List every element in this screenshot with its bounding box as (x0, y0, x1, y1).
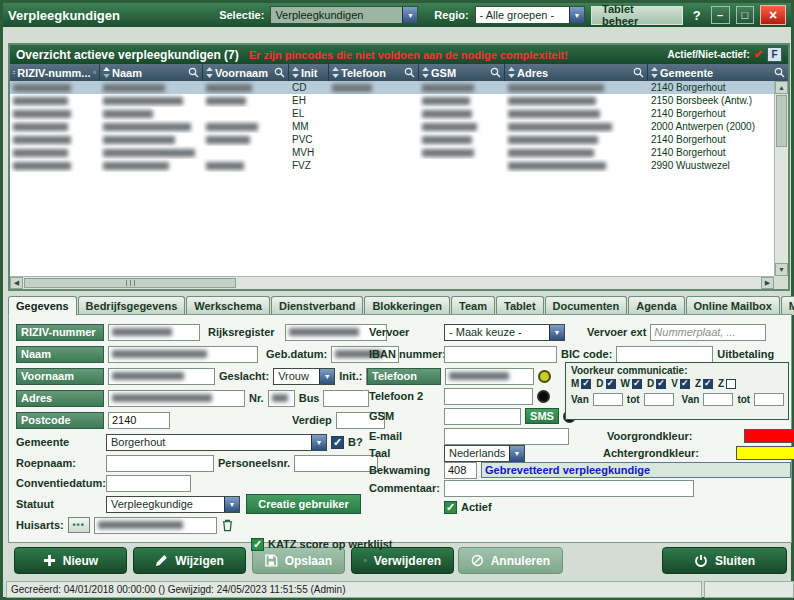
scroll-right-button[interactable]: ▶ (761, 277, 774, 289)
chevron-down-icon[interactable]: ▼ (402, 7, 417, 23)
voorgrondkleur-swatch[interactable] (744, 429, 794, 443)
tab-blokkeringen[interactable]: Blokkeringen (364, 296, 450, 315)
huisarts-lookup-button[interactable]: ••• (68, 517, 90, 533)
riziv-input[interactable] (108, 324, 200, 341)
van-input[interactable] (593, 393, 623, 406)
column-header-telefoon[interactable]: Telefoon (329, 64, 419, 81)
search-icon[interactable] (93, 67, 96, 78)
tab-gegevens[interactable]: Gegevens (8, 296, 77, 316)
gemeente-combobox[interactable]: Borgerhout ▼ (106, 434, 327, 451)
sms-button[interactable]: SMS (525, 408, 559, 424)
search-icon[interactable] (774, 67, 785, 78)
day-checkbox[interactable] (703, 379, 713, 389)
chevron-down-icon[interactable]: ▼ (569, 7, 584, 23)
vertical-scrollbar-thumb[interactable] (776, 95, 787, 147)
tab-tablet[interactable]: Tablet (496, 296, 544, 315)
maximize-button[interactable]: □ (736, 6, 755, 24)
table-row[interactable]: CD 2140 Borgerhout (10, 81, 774, 94)
search-icon[interactable] (188, 67, 199, 78)
tab-agenda[interactable]: Agenda (628, 296, 684, 315)
column-header-naam[interactable]: Naam (100, 64, 203, 81)
email-input[interactable] (444, 428, 569, 445)
search-icon[interactable] (490, 67, 501, 78)
huisarts-input[interactable] (94, 517, 217, 534)
search-icon[interactable] (633, 67, 644, 78)
katz-checkbox[interactable] (251, 538, 264, 551)
column-header-adres[interactable]: Adres (505, 64, 648, 81)
day-checkbox[interactable] (581, 379, 591, 389)
horizontal-scrollbar[interactable]: ◀ ▶ (10, 276, 774, 289)
tab-documenten[interactable]: Documenten (545, 296, 628, 315)
voornaam-input[interactable] (108, 368, 215, 385)
search-icon[interactable] (274, 67, 285, 78)
telefoon-input[interactable] (445, 368, 534, 385)
creatie-gebruiker-button[interactable]: Creatie gebruiker (246, 494, 361, 514)
regio-combobox[interactable]: - Alle groepen - ▼ (475, 6, 585, 24)
selectie-combobox[interactable]: Verpleegkundigen ▼ (270, 6, 418, 24)
day-checkbox[interactable] (656, 379, 666, 389)
minimize-button[interactable]: – (711, 6, 730, 24)
table-row[interactable]: EL 2140 Borgerhout (10, 107, 774, 120)
taal-combobox[interactable]: Nederlands ▼ (444, 445, 525, 462)
help-button[interactable]: ? (689, 8, 705, 23)
scroll-left-button[interactable]: ◀ (10, 277, 23, 289)
column-header-gemeente[interactable]: Gemeente (648, 64, 788, 81)
table-row[interactable]: MVH 2140 Borgerhout (10, 146, 774, 159)
scroll-down-button[interactable]: ▼ (775, 263, 788, 276)
vervoer-ext-input[interactable] (650, 324, 766, 341)
tab-bedrijfsgegevens[interactable]: Bedrijfsgegevens (78, 296, 186, 315)
tab-maand[interactable]: Maand (781, 296, 794, 315)
filter-button[interactable]: F (767, 47, 782, 62)
column-header-riziv[interactable]: RIZIV-numm... (10, 64, 100, 81)
tablet-beheer-button[interactable]: Tablet beheer (591, 6, 683, 25)
gsm-input[interactable] (444, 408, 521, 425)
vervoer-combobox[interactable]: - Maak keuze - ▼ (444, 324, 565, 341)
table-row[interactable]: EH 2150 Borsbeek (Antw.) (10, 94, 774, 107)
postcode-input[interactable] (108, 412, 170, 429)
bekwaming-code-input[interactable] (444, 462, 477, 479)
column-header-voornaam[interactable]: Voornaam (203, 64, 289, 81)
achtergrondkleur-swatch[interactable] (736, 446, 794, 460)
conventiedatum-input[interactable] (106, 475, 191, 492)
bus-input[interactable] (323, 390, 369, 407)
geslacht-combobox[interactable]: Vrouw ▼ (273, 368, 335, 385)
bekwaming-value[interactable]: Gebrevetteerd verpleegkundige (481, 462, 791, 478)
naam-input[interactable] (108, 346, 258, 363)
statuut-combobox[interactable]: Verpleegkundige ▼ (106, 496, 240, 513)
close-button[interactable]: × (760, 5, 786, 25)
wijzigen-button[interactable]: Wijzigen (133, 547, 246, 574)
commentaar-input[interactable] (444, 480, 694, 497)
sluiten-button[interactable]: Sluiten (662, 547, 787, 574)
scroll-up-button[interactable]: ▲ (775, 81, 788, 94)
column-header-gsm[interactable]: GSM (419, 64, 505, 81)
horizontal-scrollbar-thumb[interactable] (24, 278, 236, 288)
chevron-down-icon[interactable]: ▼ (224, 497, 239, 512)
chevron-down-icon[interactable]: ▼ (549, 325, 564, 340)
table-row[interactable]: PVC 2140 Borgerhout (10, 133, 774, 146)
tot-input[interactable] (754, 393, 784, 406)
adres-input[interactable] (108, 390, 245, 407)
b-checkbox[interactable] (331, 436, 344, 449)
vertical-scrollbar[interactable]: ▲ ▼ (774, 81, 788, 276)
day-checkbox[interactable] (680, 379, 690, 389)
chevron-down-icon[interactable]: ▼ (509, 446, 524, 461)
chevron-down-icon[interactable]: ▼ (319, 369, 334, 384)
day-checkbox[interactable] (726, 379, 736, 389)
van-input[interactable] (703, 393, 733, 406)
bic-input[interactable] (616, 346, 713, 363)
table-row[interactable]: MM 2000 Antwerpen (2000) (10, 120, 774, 133)
day-checkbox[interactable] (632, 379, 642, 389)
tab-werkschema[interactable]: Werkschema (186, 296, 270, 315)
column-header-init[interactable]: Init (289, 64, 329, 81)
trash-icon[interactable] (221, 518, 234, 532)
day-checkbox[interactable] (606, 379, 616, 389)
actief-checkbox[interactable] (444, 501, 457, 514)
iban-input[interactable] (444, 346, 557, 363)
tab-online-mailbox[interactable]: Online Mailbox (686, 296, 780, 315)
telefoon2-input[interactable] (444, 388, 533, 405)
nieuw-button[interactable]: Nieuw (14, 547, 127, 574)
table-row[interactable]: FVZ 2990 Wuustwezel (10, 159, 774, 172)
search-icon[interactable] (404, 67, 415, 78)
personeelsnr-input[interactable] (294, 455, 378, 472)
annuleren-button[interactable]: Annuleren (458, 547, 563, 574)
